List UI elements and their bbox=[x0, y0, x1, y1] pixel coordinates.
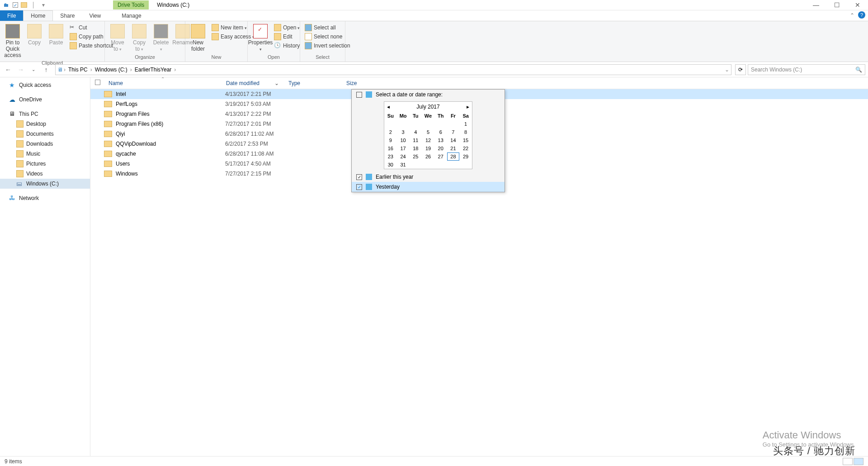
filter-select-range[interactable]: Select a date or date range: bbox=[352, 90, 505, 100]
day-cell[interactable]: 26 bbox=[422, 152, 434, 161]
day-cell[interactable]: 18 bbox=[409, 144, 422, 152]
day-cell[interactable]: 24 bbox=[397, 152, 410, 161]
collapse-ribbon-icon[interactable]: ⌃ bbox=[850, 12, 854, 19]
day-cell[interactable]: 10 bbox=[397, 136, 410, 144]
col-type[interactable]: Type bbox=[284, 80, 342, 86]
day-cell[interactable]: 12 bbox=[422, 136, 434, 144]
day-cell[interactable]: 23 bbox=[384, 152, 397, 161]
tree-quick-access[interactable]: Quick access bbox=[0, 80, 90, 90]
tab-file[interactable]: File bbox=[0, 10, 23, 21]
day-cell[interactable]: 16 bbox=[384, 144, 397, 152]
tab-home[interactable]: Home bbox=[23, 10, 53, 21]
calendar[interactable]: ◂ July 2017 ▸ SuMoTuWeThFrSa 12345678910… bbox=[384, 101, 472, 169]
next-month-button[interactable]: ▸ bbox=[467, 104, 469, 110]
tree-documents[interactable]: Documents bbox=[0, 129, 90, 139]
close-button[interactable]: ✕ bbox=[847, 0, 868, 10]
filter-yesterday[interactable]: ✓ Yesterday bbox=[352, 182, 505, 192]
chevron-right-icon[interactable]: › bbox=[130, 67, 132, 73]
day-cell[interactable]: 25 bbox=[409, 152, 422, 161]
address-dropdown-icon[interactable]: ⌄ bbox=[725, 67, 729, 73]
day-cell[interactable]: 9 bbox=[384, 136, 397, 144]
day-cell[interactable]: 20 bbox=[434, 144, 447, 152]
recent-locations-button[interactable]: ⌄ bbox=[28, 64, 39, 75]
col-date[interactable]: Date modified bbox=[222, 80, 284, 86]
copy-button[interactable]: Copy bbox=[24, 23, 45, 47]
edit-button[interactable]: Edit bbox=[271, 32, 302, 41]
qat-dropdown-icon[interactable]: ▾ bbox=[40, 1, 47, 9]
col-name[interactable]: Name⌃ bbox=[104, 80, 222, 86]
checkbox-icon[interactable]: ✓ bbox=[356, 184, 362, 190]
refresh-button[interactable]: ⟳ bbox=[735, 64, 746, 75]
select-all-button[interactable]: Select all bbox=[302, 23, 353, 32]
tab-view[interactable]: View bbox=[82, 10, 108, 21]
day-cell[interactable]: 15 bbox=[459, 136, 472, 144]
tree-downloads[interactable]: Downloads bbox=[0, 139, 90, 149]
tree-network[interactable]: Network bbox=[0, 193, 90, 203]
checkbox-icon[interactable] bbox=[356, 92, 362, 98]
day-cell[interactable]: 4 bbox=[409, 128, 422, 136]
search-input[interactable]: Search Windows (C:) 🔍 bbox=[748, 64, 865, 75]
checkbox-icon[interactable]: ✓ bbox=[356, 174, 362, 180]
calendar-grid[interactable]: SuMoTuWeThFrSa 1234567891011121314151617… bbox=[384, 112, 472, 169]
forward-button[interactable]: → bbox=[15, 64, 26, 75]
properties-button[interactable]: ✓Properties bbox=[250, 23, 271, 53]
filter-earlier-this-year[interactable]: ✓ Earlier this year bbox=[352, 172, 505, 182]
prev-month-button[interactable]: ◂ bbox=[387, 104, 390, 110]
col-size[interactable]: Size bbox=[342, 80, 385, 86]
day-cell[interactable]: 31 bbox=[397, 161, 410, 169]
chevron-down-icon[interactable] bbox=[274, 80, 279, 86]
up-button[interactable]: ↑ bbox=[41, 64, 52, 75]
chevron-right-icon[interactable]: › bbox=[174, 67, 176, 73]
tree-pictures[interactable]: Pictures bbox=[0, 159, 90, 169]
chevron-right-icon[interactable]: › bbox=[64, 67, 66, 73]
day-cell[interactable]: 2 bbox=[384, 128, 397, 136]
day-cell[interactable]: 6 bbox=[434, 128, 447, 136]
day-cell[interactable]: 3 bbox=[397, 128, 410, 136]
back-button[interactable]: ← bbox=[3, 64, 14, 75]
view-icons-button[interactable] bbox=[854, 458, 863, 465]
crumb-this-pc[interactable]: This PC bbox=[66, 67, 90, 73]
tree-this-pc[interactable]: This PC bbox=[0, 109, 90, 119]
delete-button[interactable]: Delete bbox=[150, 23, 172, 53]
crumb-folder[interactable]: EarlierThisYear bbox=[133, 67, 174, 73]
day-cell[interactable]: 14 bbox=[447, 136, 460, 144]
pin-quick-access-button[interactable]: Pin to Quick access bbox=[2, 23, 24, 59]
rename-button[interactable]: Rename bbox=[172, 23, 193, 47]
day-cell[interactable]: 8 bbox=[459, 128, 472, 136]
day-cell[interactable]: 30 bbox=[384, 161, 397, 169]
tree-onedrive[interactable]: OneDrive bbox=[0, 95, 90, 105]
day-cell[interactable]: 21 bbox=[447, 144, 460, 152]
select-none-button[interactable]: Select none bbox=[302, 32, 353, 41]
address-bar[interactable]: 🖥 › This PC › Windows (C:) › EarlierThis… bbox=[55, 64, 731, 75]
day-cell[interactable]: 1 bbox=[459, 120, 472, 128]
tree-desktop[interactable]: Desktop bbox=[0, 119, 90, 129]
view-details-button[interactable] bbox=[843, 458, 853, 465]
day-cell[interactable]: 19 bbox=[422, 144, 434, 152]
day-cell[interactable]: 27 bbox=[434, 152, 447, 161]
maximize-button[interactable]: ☐ bbox=[826, 0, 847, 10]
qat-checkbox-icon[interactable]: ✓ bbox=[13, 2, 18, 8]
day-cell[interactable]: 28 bbox=[447, 152, 460, 161]
paste-button[interactable]: Paste bbox=[45, 23, 67, 47]
crumb-drive[interactable]: Windows (C:) bbox=[93, 67, 129, 73]
history-button[interactable]: 🕓History bbox=[271, 41, 302, 50]
day-cell[interactable]: 29 bbox=[459, 152, 472, 161]
tree-drive-c[interactable]: Windows (C:) bbox=[0, 179, 90, 189]
help-icon[interactable]: ? bbox=[858, 11, 865, 19]
day-cell[interactable]: 17 bbox=[397, 144, 410, 152]
day-cell[interactable]: 5 bbox=[422, 128, 434, 136]
navigation-tree[interactable]: Quick access OneDrive This PC Desktop Do… bbox=[0, 77, 90, 456]
day-cell[interactable]: 11 bbox=[409, 136, 422, 144]
calendar-month[interactable]: July 2017 bbox=[416, 104, 439, 110]
day-cell[interactable]: 13 bbox=[434, 136, 447, 144]
tab-manage[interactable]: Manage bbox=[114, 10, 148, 21]
copy-to-button[interactable]: Copy to bbox=[128, 23, 150, 53]
chevron-right-icon[interactable]: › bbox=[90, 67, 92, 73]
context-tab-drive-tools[interactable]: Drive Tools bbox=[113, 0, 149, 10]
col-checkbox[interactable] bbox=[90, 80, 104, 86]
day-cell[interactable]: 7 bbox=[447, 128, 460, 136]
move-to-button[interactable]: Move to bbox=[107, 23, 128, 53]
tab-share[interactable]: Share bbox=[53, 10, 82, 21]
tree-music[interactable]: Music bbox=[0, 149, 90, 159]
invert-selection-button[interactable]: Invert selection bbox=[302, 41, 353, 50]
